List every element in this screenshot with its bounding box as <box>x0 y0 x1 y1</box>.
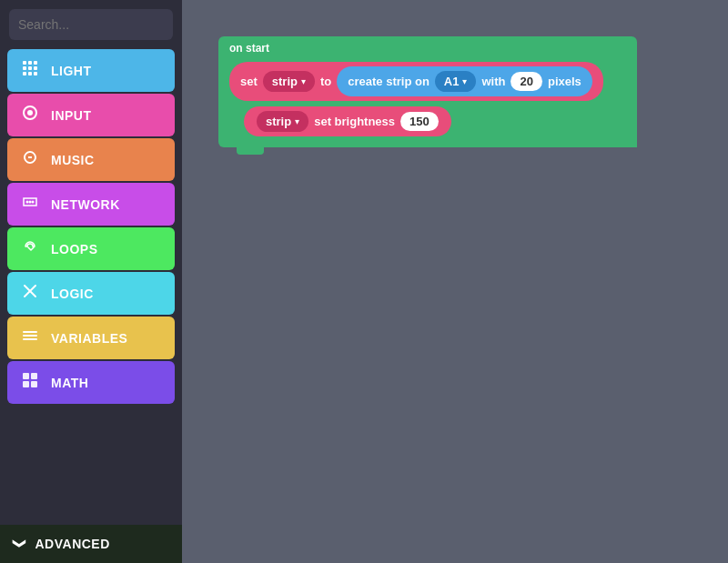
sidebar-item-logic[interactable]: LOGIC <box>7 272 175 315</box>
svg-rect-4 <box>28 66 32 70</box>
search-bar[interactable]: 🔍 <box>9 9 173 40</box>
loops-icon <box>20 238 40 259</box>
math-icon <box>20 372 40 393</box>
on-start-label: on start <box>229 42 626 55</box>
sidebar-item-light[interactable]: LIGHT <box>7 49 175 92</box>
svg-rect-5 <box>34 66 37 70</box>
strip-dropdown-label: strip <box>272 75 298 88</box>
strip2-dropdown-caret: ▾ <box>295 116 299 126</box>
sidebar-item-label-math: MATH <box>51 376 88 390</box>
strip2-dropdown[interactable]: strip ▾ <box>257 111 308 132</box>
set-strip-block[interactable]: set strip ▾ to create strip on A1 ▾ <box>229 62 603 101</box>
sidebar-items: LIGHT INPUT MUSIC <box>0 49 182 404</box>
sidebar-item-label-loops: LOOPS <box>51 242 98 256</box>
on-start-block: on start set strip ▾ to create strip on <box>218 36 637 147</box>
with-label: with <box>481 75 505 88</box>
strip-brightness-block[interactable]: strip ▾ set brightness 150 <box>244 106 451 136</box>
light-icon <box>20 60 40 81</box>
svg-point-13 <box>32 201 35 204</box>
block-row-2: strip ▾ set brightness 150 <box>244 106 626 136</box>
sidebar-item-network[interactable]: NETWORK <box>7 183 175 226</box>
music-icon <box>20 149 40 170</box>
strip-dropdown[interactable]: strip ▾ <box>263 71 315 92</box>
sidebar-item-loops[interactable]: LOOPS <box>7 227 175 270</box>
sidebar-item-label-logic: LOGIC <box>51 287 94 301</box>
svg-rect-0 <box>23 61 26 65</box>
set-brightness-label: set brightness <box>314 115 395 128</box>
svg-point-11 <box>26 201 29 204</box>
sidebar-item-label-light: LIGHT <box>51 64 92 78</box>
blocks-workspace: on start set strip ▾ to create strip on <box>218 36 637 147</box>
pixels-value: 20 <box>520 75 532 88</box>
svg-rect-6 <box>23 72 26 75</box>
svg-rect-2 <box>34 61 37 65</box>
set-label: set <box>240 75 258 88</box>
svg-point-10 <box>27 110 33 116</box>
sidebar-item-math[interactable]: MATH <box>7 361 175 404</box>
svg-rect-8 <box>34 72 37 75</box>
svg-point-12 <box>29 201 32 204</box>
sidebar-item-label-network: NETWORK <box>51 197 120 212</box>
sidebar-item-label-input: INPUT <box>51 108 92 123</box>
svg-rect-20 <box>31 373 37 379</box>
svg-rect-1 <box>28 61 32 65</box>
sidebar-item-music[interactable]: MUSIC <box>7 138 175 181</box>
strip-dropdown-caret: ▾ <box>301 76 306 86</box>
pin-dropdown-caret: ▾ <box>462 76 467 86</box>
brightness-value: 150 <box>410 115 430 128</box>
logic-icon <box>20 283 40 304</box>
block-row-1: set strip ▾ to create strip on A1 ▾ <box>229 62 626 101</box>
create-strip-block[interactable]: create strip on A1 ▾ with 20 pixels <box>337 66 592 96</box>
network-icon <box>20 194 40 215</box>
input-icon <box>20 105 40 126</box>
svg-rect-21 <box>23 381 29 387</box>
svg-rect-22 <box>31 381 37 387</box>
search-input[interactable] <box>18 17 177 32</box>
sidebar-item-variables[interactable]: VARIABLES <box>7 317 175 359</box>
strip2-dropdown-label: strip <box>266 115 291 128</box>
to-label: to <box>320 75 331 88</box>
pin-dropdown-label: A1 <box>444 75 460 88</box>
create-label: create strip on <box>348 75 430 88</box>
main-canvas: on start set strip ▾ to create strip on <box>182 0 728 563</box>
svg-rect-19 <box>23 373 29 379</box>
advanced-section[interactable]: ❯ ADVANCED <box>0 525 182 563</box>
svg-rect-7 <box>28 72 32 75</box>
chevron-down-icon: ❯ <box>13 538 27 550</box>
pin-dropdown[interactable]: A1 ▾ <box>435 71 477 92</box>
sidebar-item-label-music: MUSIC <box>51 153 95 167</box>
variables-icon <box>20 327 40 348</box>
brightness-value-bubble[interactable]: 150 <box>400 112 439 131</box>
sidebar: 🔍 LIGHT <box>0 0 182 563</box>
advanced-label: ADVANCED <box>35 537 110 551</box>
svg-rect-3 <box>23 66 26 70</box>
pixels-label: pixels <box>548 75 581 88</box>
sidebar-item-input[interactable]: INPUT <box>7 94 175 136</box>
sidebar-item-label-variables: VARIABLES <box>51 331 127 346</box>
pixels-value-bubble[interactable]: 20 <box>511 72 541 91</box>
